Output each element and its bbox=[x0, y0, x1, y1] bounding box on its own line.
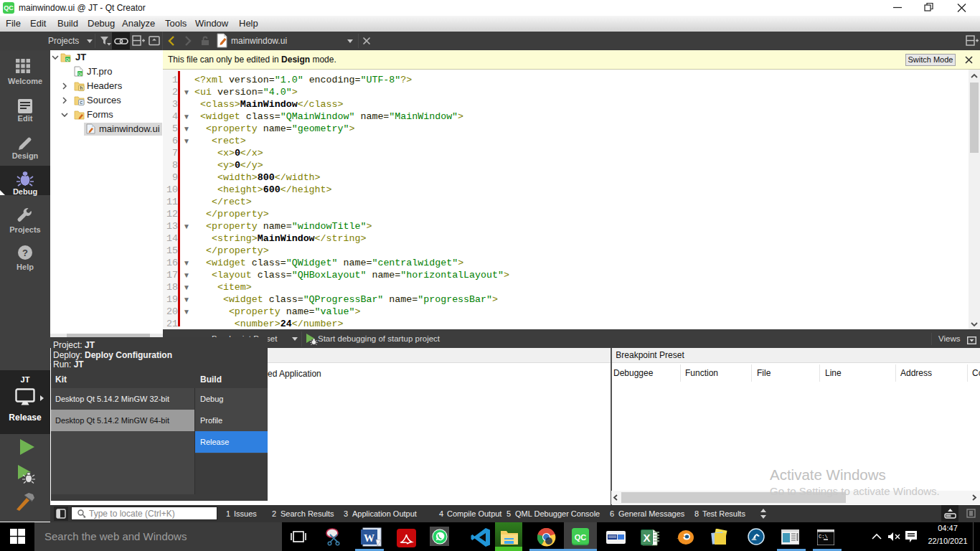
svg-text:h: h bbox=[80, 85, 83, 90]
svg-text:C: C bbox=[80, 100, 83, 105]
svg-text:Qt: Qt bbox=[66, 57, 70, 62]
svg-text:C:\: C:\ bbox=[819, 534, 828, 540]
svg-text:QC: QC bbox=[575, 533, 587, 542]
svg-text:W: W bbox=[364, 532, 374, 544]
svg-text:?: ? bbox=[22, 248, 28, 258]
svg-text:X: X bbox=[643, 532, 650, 544]
svg-text:Qt: Qt bbox=[78, 72, 83, 76]
